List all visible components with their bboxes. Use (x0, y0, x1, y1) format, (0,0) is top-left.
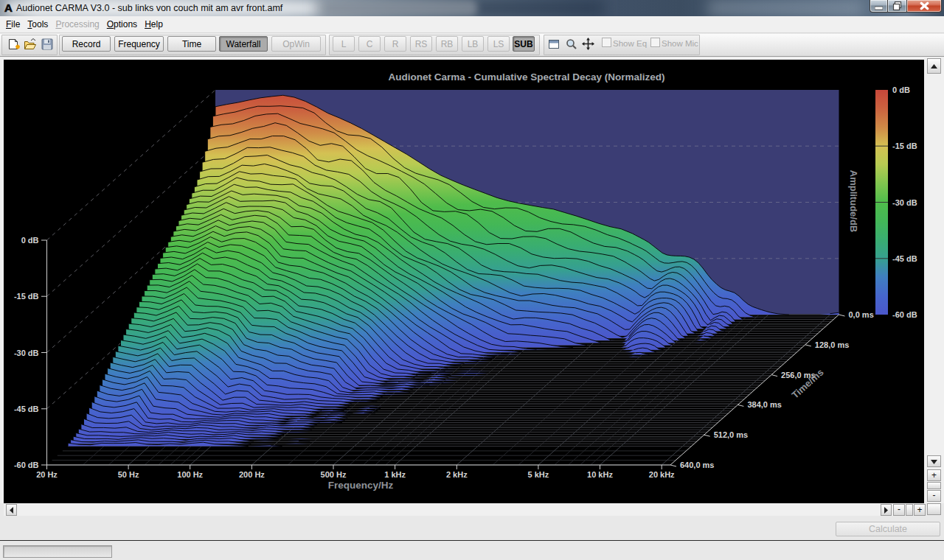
svg-text:100 Hz: 100 Hz (177, 470, 203, 479)
svg-text:-15 dB: -15 dB (14, 292, 39, 301)
svg-text:1 kHz: 1 kHz (384, 470, 406, 479)
svg-text:-45 dB: -45 dB (892, 254, 917, 263)
svg-text:512,0 ms: 512,0 ms (714, 430, 748, 439)
svg-text:-60 dB: -60 dB (892, 310, 917, 319)
svg-text:-15 dB: -15 dB (892, 141, 917, 150)
svg-text:Frequency/Hz: Frequency/Hz (328, 480, 394, 491)
svg-text:0,0 ms: 0,0 ms (849, 310, 874, 319)
svg-text:-30 dB: -30 dB (892, 198, 917, 207)
svg-text:500 Hz: 500 Hz (321, 470, 347, 479)
svg-text:50 Hz: 50 Hz (118, 470, 139, 479)
svg-text:0 dB: 0 dB (21, 236, 39, 245)
svg-text:10 kHz: 10 kHz (587, 470, 613, 479)
svg-text:20 Hz: 20 Hz (36, 470, 58, 479)
svg-text:128,0 ms: 128,0 ms (815, 340, 849, 349)
svg-text:-45 dB: -45 dB (14, 405, 39, 413)
svg-text:Amplitude/dB: Amplitude/dB (848, 170, 859, 233)
svg-text:20 kHz: 20 kHz (649, 470, 675, 479)
svg-text:2 kHz: 2 kHz (446, 470, 468, 479)
svg-text:384,0 ms: 384,0 ms (747, 400, 781, 409)
svg-text:-30 dB: -30 dB (14, 349, 39, 357)
svg-text:0 dB: 0 dB (892, 85, 910, 94)
svg-text:Audionet Carma - Cumulative Sp: Audionet Carma - Cumulative Spectral Dec… (388, 71, 664, 83)
svg-text:-60 dB: -60 dB (14, 461, 39, 469)
svg-text:5 kHz: 5 kHz (528, 470, 549, 479)
svg-text:640,0 ms: 640,0 ms (680, 461, 714, 469)
svg-text:200 Hz: 200 Hz (239, 470, 265, 479)
